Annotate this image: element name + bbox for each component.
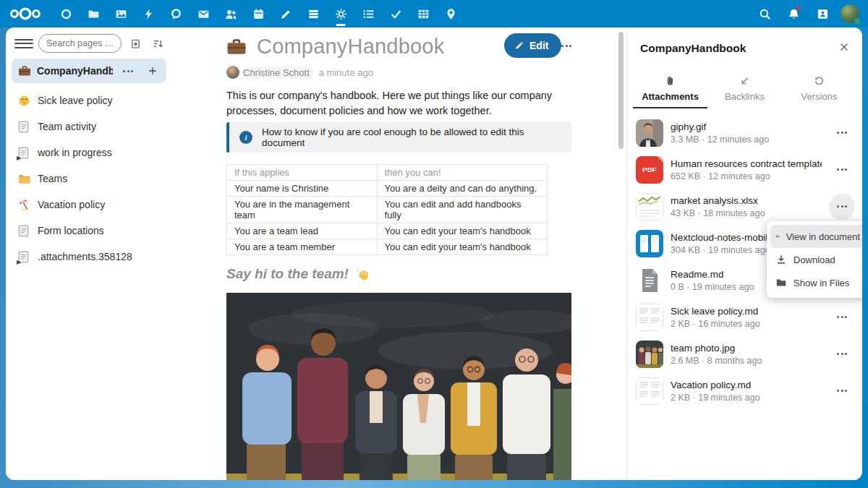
edit-button[interactable]: Edit — [504, 33, 561, 58]
menu-item-label: Show in Files — [793, 278, 849, 288]
info-callout: i How to know if you are cool enough to … — [226, 122, 571, 153]
folder-icon — [775, 277, 787, 288]
app-icon-activity[interactable] — [135, 0, 162, 27]
tab-backlinks[interactable]: Backlinks — [707, 69, 782, 108]
sidebar-page-attachments-358128[interactable]: ▶ .attachments.358128 — [6, 244, 172, 270]
sort-icon — [153, 38, 163, 49]
page-label: Vacation policy — [38, 199, 105, 210]
sidebar-page-form-locations[interactable]: Form locations — [6, 218, 172, 244]
last-edited-timestamp: a minute ago — [319, 67, 373, 78]
sidebar-page-teams[interactable]: Teams — [6, 166, 172, 192]
briefcase-icon — [226, 38, 247, 56]
tab-attachments[interactable]: Attachments — [633, 69, 707, 108]
collectives-sidebar: CompanyHandb… Sick leave policy Team act… — [6, 27, 172, 480]
sort-button[interactable] — [149, 35, 166, 52]
stack-icon — [307, 8, 320, 20]
attachment-sick-leave-policy-md[interactable]: Sick leave policy.md 2 KB · 16 minutes a… — [627, 299, 862, 335]
menu-item-show-in-files[interactable]: Show in Files — [770, 271, 862, 294]
app-icon-notes[interactable] — [272, 0, 299, 27]
app-icon-deck[interactable] — [299, 0, 327, 27]
sidebar-item-companyhandbook[interactable]: CompanyHandb… — [12, 59, 166, 83]
attachment-meta: 0 B · 19 minutes ago — [671, 282, 754, 292]
permissions-table: If this applies then you can! Your name … — [226, 164, 548, 255]
attachment-vacation-policy-md[interactable]: Vacation policy.md 2 KB · 19 minutes ago — [627, 372, 862, 409]
subheading-text: Say hi to the team! — [226, 266, 349, 282]
spreadsheet-thumbnail — [636, 193, 663, 221]
folder-emoji — [18, 173, 30, 185]
list-icon — [362, 8, 375, 20]
attachment-actions-button[interactable] — [829, 120, 855, 146]
app-icon-files[interactable] — [80, 0, 107, 27]
menu-item-download[interactable]: Download — [770, 248, 862, 271]
hamburger-menu-icon[interactable] — [14, 34, 33, 53]
sidebar-page-work-in-progress[interactable]: ▶ work in progress — [6, 140, 172, 166]
expand-caret-icon[interactable]: ▶ — [17, 260, 21, 265]
attachment-actions-button[interactable] — [829, 304, 855, 330]
search-pages-input[interactable] — [38, 34, 122, 53]
close-icon — [839, 42, 849, 52]
attachment-actions-button[interactable] — [829, 378, 855, 404]
tab-versions[interactable]: Versions — [782, 69, 856, 108]
sidebar-page-team-activity[interactable]: Team activity — [6, 114, 172, 140]
page-title-row: CompanyHandbook — [226, 35, 444, 59]
attachment-market-analysis-xlsx[interactable]: market analysis.xlsx 43 KB · 18 minutes … — [627, 188, 862, 225]
unified-search-button[interactable] — [754, 0, 775, 27]
app-icon-checks[interactable] — [382, 0, 409, 27]
attachment-actions-button-open[interactable] — [829, 194, 855, 220]
app-icon-dashboard[interactable] — [52, 0, 80, 27]
author-row[interactable]: Christine Schott a minute ago — [226, 66, 373, 79]
top-bar-right — [754, 0, 864, 27]
attachment-name: Sick leave policy.md — [671, 306, 760, 317]
expand-caret-icon[interactable]: ▶ — [17, 155, 21, 161]
attachment-giphy-gif[interactable]: giphy.gif 3.3 MB · 12 minutes ago — [627, 114, 862, 151]
collective-actions-button[interactable] — [119, 61, 137, 80]
attachment-meta: 3.3 MB · 12 minutes ago — [671, 134, 769, 145]
app-icon-calendar[interactable] — [244, 0, 272, 27]
folder-icon — [88, 8, 100, 20]
app-icon-talk[interactable] — [162, 0, 190, 27]
waving-hand-icon — [356, 267, 370, 281]
attachment-text: Readme.md 0 B · 19 minutes ago — [671, 269, 754, 292]
main-scrollbar[interactable] — [618, 32, 624, 149]
attachment-hr-contract-pdf[interactable]: PDF Human resources contract template.pd… — [627, 151, 862, 188]
envelope-icon — [197, 8, 210, 20]
sneezing-face-emoji — [18, 95, 30, 107]
app-icon-tables[interactable] — [409, 0, 437, 27]
app-icon-tasks[interactable] — [354, 0, 382, 27]
page-title: CompanyHandbook — [257, 35, 444, 59]
table-cell: You are a deity and can do anything. — [377, 181, 547, 197]
contacts-card-icon — [817, 8, 829, 20]
attachment-name: Readme.md — [671, 269, 754, 280]
user-avatar[interactable] — [841, 4, 859, 23]
sidebar-toolbar — [6, 27, 172, 59]
app-icon-contacts[interactable] — [217, 0, 244, 27]
app-icon-maps[interactable] — [437, 0, 464, 27]
notifications-button[interactable] — [783, 0, 804, 27]
attachment-team-photo-jpg[interactable]: team photo.jpg 2.6 MB · 8 months ago — [627, 335, 862, 372]
app-icon-photos[interactable] — [107, 0, 135, 27]
attachment-actions-button[interactable] — [829, 157, 855, 183]
sidebar-page-vacation-policy[interactable]: Vacation policy — [6, 192, 172, 218]
attachment-name: Human resources contract template.pdf — [671, 158, 822, 169]
app-icon-collectives[interactable] — [327, 0, 354, 27]
page-icon — [18, 121, 30, 133]
add-page-button[interactable] — [143, 61, 162, 80]
attachment-name: giphy.gif — [671, 121, 769, 132]
page-actions-button[interactable] — [556, 38, 577, 53]
menu-item-view-in-document[interactable]: View in document — [770, 225, 862, 248]
sidebar-page-sick-leave-policy[interactable]: Sick leave policy — [6, 87, 172, 114]
app-icon-mail[interactable] — [190, 0, 217, 27]
ellipsis-icon — [837, 168, 847, 171]
templates-button[interactable] — [127, 35, 144, 52]
ellipsis-icon — [837, 316, 847, 318]
attachment-actions-button[interactable] — [829, 341, 855, 367]
contacts-menu-button[interactable] — [812, 0, 833, 27]
close-panel-button[interactable] — [833, 36, 855, 58]
attachment-meta: 2.6 MB · 8 months ago — [671, 356, 762, 366]
attachment-name: market analysis.xlsx — [671, 195, 765, 206]
page-fold-icon — [657, 156, 663, 163]
tab-label: Backlinks — [725, 91, 765, 102]
nextcloud-logo[interactable] — [9, 5, 42, 22]
briefcase-icon — [18, 65, 31, 77]
active-app-indicator — [336, 24, 346, 26]
